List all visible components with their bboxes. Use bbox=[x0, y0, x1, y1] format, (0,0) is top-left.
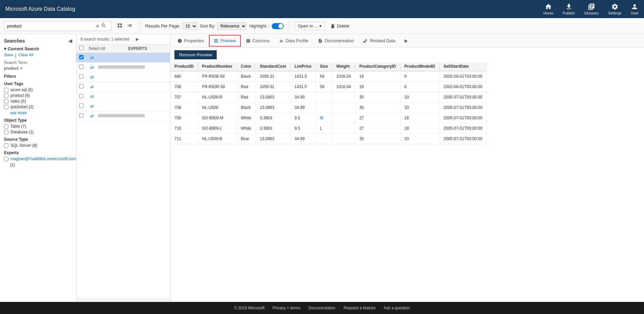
cell-size: L bbox=[316, 123, 332, 134]
search-icon[interactable] bbox=[101, 23, 106, 29]
clear-search-icon[interactable]: ✕ bbox=[96, 23, 100, 29]
filter-sales-checkbox[interactable] bbox=[4, 99, 8, 104]
result-row[interactable]: ⇄ bbox=[76, 72, 170, 82]
filter-table-checkbox[interactable] bbox=[4, 124, 8, 129]
experts-count: (2) bbox=[10, 163, 15, 167]
remove-preview-button[interactable]: Remove Preview bbox=[174, 50, 217, 59]
grid-view-btn[interactable] bbox=[115, 21, 124, 31]
cell-sellstartdate: 2005-07-01T00:00:00 bbox=[439, 92, 486, 103]
separator-2 bbox=[289, 21, 289, 31]
sidebar-collapse-btn[interactable]: ◀ bbox=[68, 38, 72, 44]
row-checkbox-6[interactable] bbox=[79, 104, 86, 109]
filter-quickstart-checkbox[interactable] bbox=[4, 105, 8, 109]
row-icon-2: ⇄ bbox=[89, 65, 95, 70]
tab-related-data[interactable]: Related Data bbox=[359, 35, 400, 46]
result-row[interactable]: ⇄ bbox=[76, 111, 170, 121]
cell-weight bbox=[332, 92, 355, 103]
filter-experts-checkbox[interactable] bbox=[4, 157, 8, 161]
footer-ask-link[interactable]: Ask a question bbox=[384, 306, 410, 310]
filter-database: Database (1) bbox=[4, 130, 72, 134]
row-checkbox-4[interactable] bbox=[79, 84, 86, 89]
result-row[interactable]: ⇄ bbox=[76, 82, 170, 92]
nav-icons: Home Publish Glossary Settings User bbox=[543, 3, 639, 15]
search-input[interactable] bbox=[7, 23, 94, 28]
search-term-label: Search Term: bbox=[4, 60, 72, 65]
table-row: 711HL-U509-BBlue13.086334.9935332005-07-… bbox=[170, 134, 486, 144]
save-link[interactable]: Save bbox=[4, 53, 13, 58]
results-per-page-select[interactable]: 10 25 50 bbox=[182, 22, 197, 30]
cell-listprice: 1431.5 bbox=[290, 71, 316, 82]
cell-color: Red bbox=[237, 92, 256, 103]
row-checkbox-5[interactable] bbox=[79, 94, 86, 99]
result-row[interactable]: ⇄ bbox=[76, 102, 170, 111]
row-icon-1: ⇄ bbox=[89, 55, 95, 60]
filter-azure-sql-checkbox[interactable] bbox=[4, 88, 8, 92]
cell-standardcost: 13.0863 bbox=[256, 134, 290, 144]
cell-productnumber: FR-R92B-58 bbox=[198, 71, 237, 82]
table-row: 708HL-U509Black13.086334.9935332005-07-0… bbox=[170, 103, 486, 113]
row-checkbox-1[interactable] bbox=[79, 55, 86, 60]
results-per-page: Results Per Page: 10 25 50 bbox=[145, 22, 197, 30]
filter-sql-server-checkbox[interactable] bbox=[4, 143, 8, 148]
table-row: 707HL-U509-RRed13.086334.9935332005-07-0… bbox=[170, 92, 486, 103]
cell-sellstartdate: 2005-07-01T00:00:00 bbox=[439, 123, 486, 134]
filter-database-checkbox[interactable] bbox=[4, 130, 8, 134]
nav-settings[interactable]: Settings bbox=[608, 3, 622, 15]
tab-columns[interactable]: Columns bbox=[241, 35, 274, 46]
clear-all-link[interactable]: Clear All bbox=[18, 53, 34, 58]
search-term-clear-icon[interactable]: ✕ bbox=[20, 66, 23, 71]
cell-weight: 1016.04 bbox=[332, 82, 355, 92]
cell-productnumber: SO-B909-L bbox=[198, 123, 237, 134]
result-row[interactable]: ⇄ bbox=[76, 92, 170, 102]
detail-expand-icon[interactable]: ▶ bbox=[402, 37, 411, 45]
delete-button[interactable]: Delete bbox=[327, 22, 352, 30]
highlight-toggle[interactable] bbox=[272, 23, 284, 29]
select-all-checkbox[interactable] bbox=[79, 46, 84, 50]
nav-home[interactable]: Home bbox=[543, 3, 553, 15]
results-scroll-bar[interactable] bbox=[76, 298, 170, 302]
cell-color: White bbox=[237, 113, 256, 123]
table-row: 680FR-R92B-58Black1059.311431.5581016.04… bbox=[170, 71, 486, 82]
cell-productid: 711 bbox=[170, 134, 198, 144]
result-row[interactable]: ⇄ bbox=[76, 63, 170, 72]
row-checkbox-7[interactable] bbox=[79, 113, 86, 119]
filter-product-checkbox[interactable] bbox=[4, 93, 8, 98]
tab-data-profile[interactable]: Data Profile bbox=[275, 35, 313, 46]
see-more-link[interactable]: see more bbox=[10, 111, 27, 115]
nav-user-label: User bbox=[631, 11, 639, 15]
cell-productmodelid: 33 bbox=[400, 92, 439, 103]
open-in-button[interactable]: Open In ... ▾ bbox=[295, 22, 325, 30]
col-header-size: Size bbox=[316, 62, 332, 71]
tab-related-data-label: Related Data bbox=[370, 38, 395, 43]
cell-size bbox=[316, 103, 332, 113]
tab-preview[interactable]: Preview bbox=[209, 35, 240, 47]
nav-publish[interactable]: Publish bbox=[563, 3, 575, 15]
col-header-color: Color bbox=[237, 62, 256, 71]
experts-email[interactable]: maghan@VsabMsit.onmicrosoft.com bbox=[10, 156, 76, 161]
tab-properties[interactable]: Properties bbox=[173, 35, 208, 46]
cell-standardcost: 1059.31 bbox=[256, 71, 290, 82]
footer-request-link[interactable]: Request a feature bbox=[343, 306, 375, 310]
searches-label: Searches bbox=[4, 38, 25, 44]
row-checkbox-2[interactable] bbox=[79, 65, 86, 70]
footer-privacy-link[interactable]: Privacy + terms bbox=[273, 306, 301, 310]
filter-database-label: Database (1) bbox=[10, 130, 34, 134]
result-row[interactable]: ⇄ bbox=[76, 53, 170, 63]
size-link[interactable]: M bbox=[320, 116, 323, 120]
tab-data-profile-label: Data Profile bbox=[286, 38, 309, 43]
current-search-title[interactable]: ▾ Current Search bbox=[4, 46, 72, 51]
row-checkbox-3[interactable] bbox=[79, 74, 86, 80]
search-term-value: product ✕ bbox=[4, 66, 72, 71]
cell-weight bbox=[332, 134, 355, 144]
col-header-productnumber: ProductNumber bbox=[198, 62, 237, 71]
results-expand-btn[interactable]: ▶ bbox=[136, 37, 139, 42]
experts-title: Experts bbox=[4, 150, 72, 155]
footer-documentation-link[interactable]: Documentation bbox=[309, 306, 336, 310]
highlight-label: Highlight - bbox=[249, 23, 269, 28]
cell-listprice: 9.5 bbox=[290, 113, 316, 123]
nav-user[interactable]: User bbox=[631, 3, 639, 15]
list-view-btn[interactable] bbox=[125, 21, 134, 31]
sort-by-select[interactable]: Relevance Name bbox=[217, 22, 247, 30]
nav-glossary[interactable]: Glossary bbox=[584, 3, 599, 15]
tab-documentation[interactable]: Documentation bbox=[314, 35, 358, 46]
